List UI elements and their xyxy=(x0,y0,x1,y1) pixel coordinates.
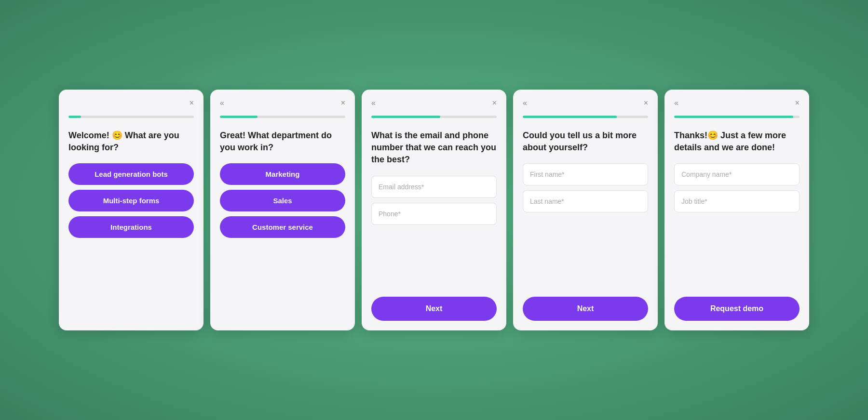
progress-fill xyxy=(220,116,258,118)
back-button[interactable]: « xyxy=(220,99,224,107)
card-question: Great! What department do you work in? xyxy=(220,130,345,154)
input-field-1[interactable] xyxy=(674,163,800,185)
card-5: «×Thanks!😊 Just a few more details and w… xyxy=(665,90,809,330)
options-list: Lead generation botsMulti-step formsInte… xyxy=(68,163,194,238)
input-field-1[interactable] xyxy=(523,163,648,185)
option-button-1[interactable]: Marketing xyxy=(220,163,345,185)
close-button[interactable]: × xyxy=(492,99,497,107)
progress-fill xyxy=(371,116,440,118)
progress-bar xyxy=(68,116,194,118)
input-field-2[interactable] xyxy=(674,190,800,212)
inputs-list xyxy=(371,176,497,225)
card-question: What is the email and phone number that … xyxy=(371,130,497,166)
option-button-3[interactable]: Integrations xyxy=(68,216,194,238)
options-list: MarketingSalesCustomer service xyxy=(220,163,345,238)
close-button[interactable]: × xyxy=(341,99,345,107)
option-button-2[interactable]: Sales xyxy=(220,190,345,211)
close-button[interactable]: × xyxy=(795,99,800,107)
progress-fill xyxy=(523,116,617,118)
next-button[interactable]: Next xyxy=(523,297,648,321)
card-question: Could you tell us a bit more about yours… xyxy=(523,130,648,154)
card-header: «× xyxy=(220,99,345,107)
progress-fill xyxy=(674,116,793,118)
card-question: Welcome! 😊 What are you looking for? xyxy=(68,130,194,154)
input-field-2[interactable] xyxy=(523,190,648,212)
back-button[interactable]: « xyxy=(674,99,678,107)
card-1: ×Welcome! 😊 What are you looking for?Lea… xyxy=(59,90,203,330)
card-header: × xyxy=(68,99,194,107)
card-4: «×Could you tell us a bit more about you… xyxy=(513,90,658,330)
input-field-1[interactable] xyxy=(371,176,497,198)
progress-bar xyxy=(371,116,497,118)
card-header: «× xyxy=(674,99,800,107)
inputs-list xyxy=(674,163,800,212)
cards-container: ×Welcome! 😊 What are you looking for?Lea… xyxy=(49,80,819,340)
option-button-2[interactable]: Multi-step forms xyxy=(68,190,194,211)
progress-bar xyxy=(220,116,345,118)
progress-fill xyxy=(68,116,81,118)
card-question: Thanks!😊 Just a few more details and we … xyxy=(674,130,800,154)
card-2: «×Great! What department do you work in?… xyxy=(210,90,355,330)
input-field-2[interactable] xyxy=(371,203,497,225)
back-button[interactable]: « xyxy=(523,99,527,107)
card-header: «× xyxy=(523,99,648,107)
card-header: «× xyxy=(371,99,497,107)
close-button[interactable]: × xyxy=(644,99,648,107)
progress-bar xyxy=(674,116,800,118)
next-button[interactable]: Next xyxy=(371,297,497,321)
progress-bar xyxy=(523,116,648,118)
close-button[interactable]: × xyxy=(190,99,194,107)
card-3: «×What is the email and phone number tha… xyxy=(362,90,506,330)
back-button[interactable]: « xyxy=(371,99,376,107)
inputs-list xyxy=(523,163,648,212)
option-button-1[interactable]: Lead generation bots xyxy=(68,163,194,185)
next-button[interactable]: Request demo xyxy=(674,297,800,321)
option-button-3[interactable]: Customer service xyxy=(220,216,345,238)
